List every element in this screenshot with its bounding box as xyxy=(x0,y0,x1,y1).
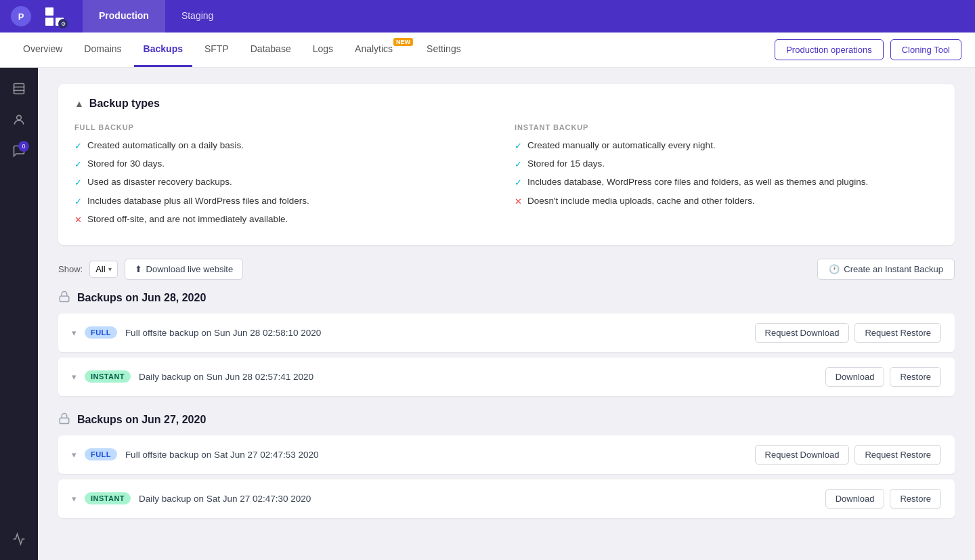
backup-types-grid: FULL BACKUP ✓ Created automatically on a… xyxy=(74,123,938,232)
instant-backup-section: INSTANT BACKUP ✓ Created manually or aut… xyxy=(515,123,938,232)
logo-sq-3 xyxy=(45,18,53,26)
backup-item-left: ▾ INSTANT Daily backup on Sat Jun 27 02:… xyxy=(72,492,311,504)
cloning-tool-button[interactable]: Cloning Tool xyxy=(890,39,961,60)
backup-types-title: Backup types xyxy=(89,98,160,110)
show-chevron-icon: ▾ xyxy=(108,265,112,273)
download-2-button[interactable]: Download xyxy=(825,489,885,509)
logo: ⚙ xyxy=(42,4,66,28)
request-download-2-button[interactable]: Request Download xyxy=(755,445,850,465)
sub-nav-links: Overview Domains Backups SFTP Database L… xyxy=(14,33,471,67)
sidebar-icon-document[interactable] xyxy=(6,76,32,102)
backup-item-left: ▾ FULL Full offsite backup on Sun Jun 28… xyxy=(72,326,321,339)
backup-types-card: ▲ Backup types FULL BACKUP ✓ Created aut… xyxy=(58,84,955,245)
sidebar-icon-activity[interactable] xyxy=(6,526,32,552)
show-label: Show: xyxy=(58,264,83,274)
backup-item-title: Daily backup on Sat Jun 27 02:47:30 2020 xyxy=(139,494,311,504)
top-nav-tabs: Production Staging xyxy=(83,0,230,33)
chat-badge: 0 xyxy=(18,141,29,152)
check-icon: ✓ xyxy=(74,158,82,171)
backup-group-jun27: Backups on Jun 27, 2020 ▾ FULL Full offs… xyxy=(58,412,955,518)
instant-feature-2: ✓ Stored for 15 days. xyxy=(515,158,938,171)
sub-nav-analytics[interactable]: Analytics NEW xyxy=(345,33,414,67)
expand-icon[interactable]: ▾ xyxy=(72,328,77,338)
backup-item-actions: Request DownloadRequest Restore xyxy=(755,323,941,343)
backup-item-title: Daily backup on Sun Jun 28 02:57:41 2020 xyxy=(139,372,313,382)
check-icon: ✓ xyxy=(74,196,82,208)
backup-item-title: Full offsite backup on Sun Jun 28 02:58:… xyxy=(125,328,321,338)
svg-rect-0 xyxy=(14,84,24,94)
backup-item-title: Full offsite backup on Sat Jun 27 02:47:… xyxy=(125,450,319,460)
sub-nav-actions: Production operations Cloning Tool xyxy=(775,39,961,60)
sub-nav-domains[interactable]: Domains xyxy=(74,33,131,67)
sub-nav: Overview Domains Backups SFTP Database L… xyxy=(0,33,975,68)
create-backup-label: Create an Instant Backup xyxy=(844,264,943,274)
check-icon: ✓ xyxy=(515,177,522,189)
svg-rect-4 xyxy=(60,296,69,301)
toolbar: Show: All ▾ ⬆ Download live website 🕐 Cr… xyxy=(58,259,955,280)
backup-types-header[interactable]: ▲ Backup types xyxy=(74,98,938,110)
tab-production[interactable]: Production xyxy=(83,0,165,33)
svg-point-3 xyxy=(17,115,22,120)
request-restore-2-button[interactable]: Request Restore xyxy=(854,445,941,465)
full-feature-2: ✓ Stored for 30 days. xyxy=(74,158,498,171)
analytics-new-badge: NEW xyxy=(393,38,413,46)
backup-groups-container: Backups on Jun 28, 2020 ▾ FULL Full offs… xyxy=(58,290,955,518)
backup-item-instant-jun27: ▾ INSTANT Daily backup on Sat Jun 27 02:… xyxy=(58,479,955,518)
production-operations-button[interactable]: Production operations xyxy=(775,39,883,60)
sidebar: 0 xyxy=(0,68,38,560)
backup-item-left: ▾ FULL Full offsite backup on Sat Jun 27… xyxy=(72,448,319,460)
sub-nav-settings[interactable]: Settings xyxy=(417,33,471,67)
backup-item-left: ▾ INSTANT Daily backup on Sun Jun 28 02:… xyxy=(72,370,313,383)
backup-badge: INSTANT xyxy=(85,370,131,383)
instant-feature-4: ✕ Doesn't include media uploads, cache a… xyxy=(515,195,938,208)
backup-group-jun28: Backups on Jun 28, 2020 ▾ FULL Full offs… xyxy=(58,290,955,396)
check-icon: ✓ xyxy=(74,140,82,152)
expand-icon[interactable]: ▾ xyxy=(72,450,77,460)
sidebar-bottom xyxy=(6,526,32,552)
full-feature-3: ✓ Used as disaster recovery backups. xyxy=(74,176,498,189)
cross-icon: ✕ xyxy=(515,196,522,208)
backup-badge: INSTANT xyxy=(85,492,131,504)
logo-sq-1 xyxy=(45,7,53,16)
lock-icon xyxy=(58,412,70,427)
backup-group-date: Backups on Jun 27, 2020 xyxy=(77,414,206,426)
download-live-label: Download live website xyxy=(146,264,234,274)
top-bar: P ⚙ Production Staging xyxy=(0,0,975,33)
sidebar-icon-users[interactable] xyxy=(6,107,32,133)
sub-nav-backups[interactable]: Backups xyxy=(134,33,192,67)
collapse-icon: ▲ xyxy=(74,98,84,109)
tab-staging[interactable]: Staging xyxy=(165,0,230,33)
request-download-1-button[interactable]: Request Download xyxy=(755,323,850,343)
create-instant-backup-button[interactable]: 🕐 Create an Instant Backup xyxy=(817,259,955,280)
logo-badge: ⚙ xyxy=(58,19,68,28)
download-1-button[interactable]: Download xyxy=(825,367,885,387)
backup-badge: FULL xyxy=(85,326,117,339)
sub-nav-overview[interactable]: Overview xyxy=(14,33,72,67)
backup-group-header-jun27: Backups on Jun 27, 2020 xyxy=(58,412,955,427)
user-avatar[interactable]: P xyxy=(11,6,31,26)
restore-2-button[interactable]: Restore xyxy=(890,489,941,509)
instant-feature-1: ✓ Created manually or automatically ever… xyxy=(515,139,938,152)
download-live-website-button[interactable]: ⬆ Download live website xyxy=(125,259,244,280)
request-restore-1-button[interactable]: Request Restore xyxy=(854,323,941,343)
sub-nav-database[interactable]: Database xyxy=(241,33,301,67)
content-area: ▲ Backup types FULL BACKUP ✓ Created aut… xyxy=(38,68,975,560)
lock-icon xyxy=(58,290,70,305)
full-feature-4: ✓ Includes database plus all WordPress f… xyxy=(74,195,498,208)
backup-item-actions: Request DownloadRequest Restore xyxy=(755,445,941,465)
full-backup-section: FULL BACKUP ✓ Created automatically on a… xyxy=(74,123,498,232)
show-select[interactable]: All ▾ xyxy=(89,261,117,278)
sidebar-icon-chat[interactable]: 0 xyxy=(6,138,32,164)
logo-sq-2 xyxy=(56,7,64,16)
instant-backup-heading: INSTANT BACKUP xyxy=(515,123,938,131)
backup-group-date: Backups on Jun 28, 2020 xyxy=(77,292,206,304)
download-icon: ⬆ xyxy=(135,264,142,274)
check-icon: ✓ xyxy=(74,177,82,189)
sub-nav-sftp[interactable]: SFTP xyxy=(195,33,238,67)
sub-nav-logs[interactable]: Logs xyxy=(303,33,343,67)
expand-icon[interactable]: ▾ xyxy=(72,372,77,382)
full-feature-5: ✕ Stored off-site, and are not immediate… xyxy=(74,213,498,226)
restore-1-button[interactable]: Restore xyxy=(890,367,941,387)
expand-icon[interactable]: ▾ xyxy=(72,494,77,504)
full-feature-1: ✓ Created automatically on a daily basis… xyxy=(74,139,498,152)
